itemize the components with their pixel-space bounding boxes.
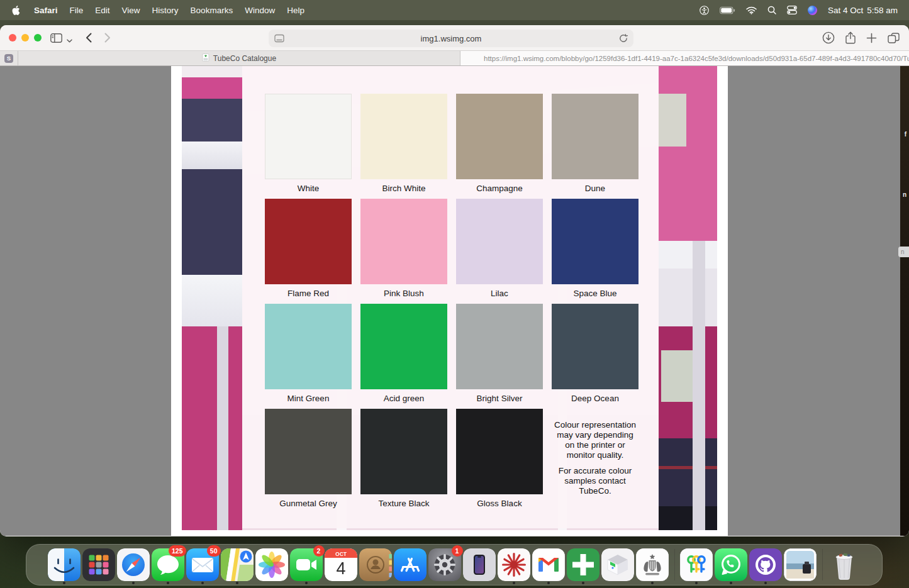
swatch-pink-blush: Pink Blush bbox=[360, 199, 447, 301]
swatch-color bbox=[552, 199, 639, 284]
menu-safari[interactable]: Safari bbox=[34, 6, 58, 15]
swatch-mint-green: Mint Green bbox=[265, 304, 352, 406]
back-button[interactable] bbox=[86, 33, 92, 45]
spotlight-icon[interactable] bbox=[767, 6, 776, 14]
share-button[interactable] bbox=[845, 31, 856, 47]
dock-launchpad[interactable] bbox=[82, 545, 116, 584]
control-center-icon[interactable] bbox=[787, 6, 797, 14]
downloads-button[interactable] bbox=[822, 31, 835, 47]
refresh-icon[interactable] bbox=[619, 33, 628, 45]
chevron-down-icon[interactable] bbox=[67, 34, 72, 45]
tab-overview-button[interactable] bbox=[888, 33, 900, 46]
page-settings-icon[interactable] bbox=[274, 34, 284, 45]
zoom-window-button[interactable] bbox=[34, 34, 42, 42]
swatch-label: Pink Blush bbox=[360, 289, 447, 298]
dock-app-store[interactable] bbox=[394, 545, 427, 584]
tab-title: TubeCo Catalogue bbox=[213, 54, 276, 63]
dock-github[interactable] bbox=[749, 545, 783, 584]
dock-divider bbox=[674, 549, 675, 580]
address-bar-url: img1.wsimg.com bbox=[421, 34, 482, 43]
calendar-icon: OCT4 bbox=[325, 548, 357, 581]
tab-download-url[interactable]: https://img1.wsimg.com/blobby/go/1259fd3… bbox=[460, 51, 909, 65]
swatch-color bbox=[265, 199, 352, 284]
dock-gmail[interactable] bbox=[532, 545, 566, 584]
dock-photo-file[interactable] bbox=[784, 545, 817, 584]
swatch-color bbox=[265, 94, 352, 179]
dock-finder[interactable] bbox=[48, 545, 81, 584]
dock: 125502OCT41 bbox=[26, 544, 883, 585]
dock-starburst[interactable] bbox=[498, 545, 531, 584]
minimize-window-button[interactable] bbox=[21, 34, 29, 42]
swatch-panel: WhiteBirch WhiteChampagneDuneFlame RedPi… bbox=[242, 66, 659, 528]
running-indicator bbox=[305, 582, 308, 584]
pinned-tab[interactable]: S bbox=[0, 51, 18, 65]
swatch-flame-red: Flame Red bbox=[265, 199, 352, 301]
swatch-label: Gloss Black bbox=[456, 499, 543, 508]
trash-icon bbox=[828, 548, 861, 581]
swatch-color bbox=[456, 199, 543, 284]
dock-messages[interactable]: 125 bbox=[152, 545, 185, 584]
menu-history[interactable]: History bbox=[152, 6, 179, 15]
swatch-color bbox=[456, 304, 543, 389]
swatch-color bbox=[552, 94, 639, 179]
accessibility-icon[interactable] bbox=[700, 6, 709, 15]
notification-badge: 50 bbox=[207, 545, 221, 557]
photos-icon bbox=[255, 548, 288, 581]
menu-window[interactable]: Window bbox=[245, 6, 275, 15]
running-indicator bbox=[236, 582, 238, 584]
swatch-color bbox=[360, 409, 447, 494]
running-indicator bbox=[63, 582, 65, 584]
swatch-bright-silver: Bright Silver bbox=[456, 304, 543, 406]
dock-whatsapp[interactable] bbox=[715, 545, 748, 584]
new-tab-button[interactable] bbox=[866, 33, 877, 46]
tab-tubeco-catalogue[interactable]: TubeCo Catalogue bbox=[18, 51, 460, 65]
iphone-mirroring-icon bbox=[463, 548, 496, 581]
svg-text:4: 4 bbox=[336, 559, 345, 578]
pdf-page: WhiteBirch WhiteChampagneDuneFlame RedPi… bbox=[171, 66, 728, 536]
siri-icon[interactable] bbox=[808, 6, 817, 15]
pdf-viewer: WhiteBirch WhiteChampagneDuneFlame RedPi… bbox=[0, 66, 909, 536]
edge-label-fragment: n bbox=[903, 191, 906, 198]
menu-bookmarks[interactable]: Bookmarks bbox=[191, 6, 233, 15]
dock-iphone-mirroring[interactable] bbox=[463, 545, 496, 584]
app-store-icon bbox=[394, 548, 427, 581]
svg-text:OCT: OCT bbox=[335, 551, 347, 557]
dock-contacts[interactable] bbox=[359, 545, 393, 584]
close-window-button[interactable] bbox=[9, 34, 16, 42]
swatch-texture-black: Texture Black bbox=[360, 409, 447, 511]
swatch-grid: WhiteBirch WhiteChampagneDuneFlame RedPi… bbox=[265, 94, 639, 511]
dock-trash[interactable] bbox=[828, 545, 861, 584]
menu-edit[interactable]: Edit bbox=[95, 6, 109, 15]
dock-photos[interactable] bbox=[255, 545, 289, 584]
dock-coat-of-arms[interactable] bbox=[636, 545, 669, 584]
menu-file[interactable]: File bbox=[70, 6, 84, 15]
address-bar[interactable]: img1.wsimg.com bbox=[269, 30, 633, 47]
running-indicator bbox=[201, 582, 204, 584]
notification-badge: 125 bbox=[169, 545, 186, 557]
menubar-clock[interactable]: Sat 4 Oct5:58 am bbox=[828, 6, 898, 15]
menu-view[interactable]: View bbox=[122, 6, 140, 15]
dock-maps[interactable] bbox=[221, 545, 254, 584]
dock-safari[interactable] bbox=[117, 545, 150, 584]
contacts-icon bbox=[359, 548, 392, 581]
dock-facetime[interactable]: 2 bbox=[290, 545, 323, 584]
sidebar-toggle-button[interactable] bbox=[50, 33, 62, 45]
swatch-label: Lilac bbox=[456, 289, 543, 298]
dock-printer[interactable] bbox=[601, 545, 635, 584]
forward-button[interactable] bbox=[104, 33, 111, 45]
starburst-icon bbox=[498, 548, 530, 581]
green-cross-icon bbox=[567, 548, 599, 581]
apple-menu-icon[interactable] bbox=[11, 5, 20, 16]
dock-settings[interactable]: 1 bbox=[428, 545, 462, 584]
dock-calendar[interactable]: OCT4 bbox=[325, 545, 358, 584]
dock-passwords[interactable] bbox=[680, 545, 713, 584]
dock-mail[interactable]: 50 bbox=[186, 545, 220, 584]
menu-help[interactable]: Help bbox=[287, 6, 304, 15]
swatch-label: Mint Green bbox=[265, 394, 352, 403]
battery-icon[interactable] bbox=[720, 6, 735, 14]
notification-badge: 1 bbox=[452, 545, 463, 557]
wifi-icon[interactable] bbox=[746, 6, 757, 14]
safari-window: img1.wsimg.com S TubeCo Catalogue https:… bbox=[0, 25, 909, 536]
dock-green-cross[interactable] bbox=[567, 545, 600, 584]
passwords-icon bbox=[680, 548, 713, 581]
